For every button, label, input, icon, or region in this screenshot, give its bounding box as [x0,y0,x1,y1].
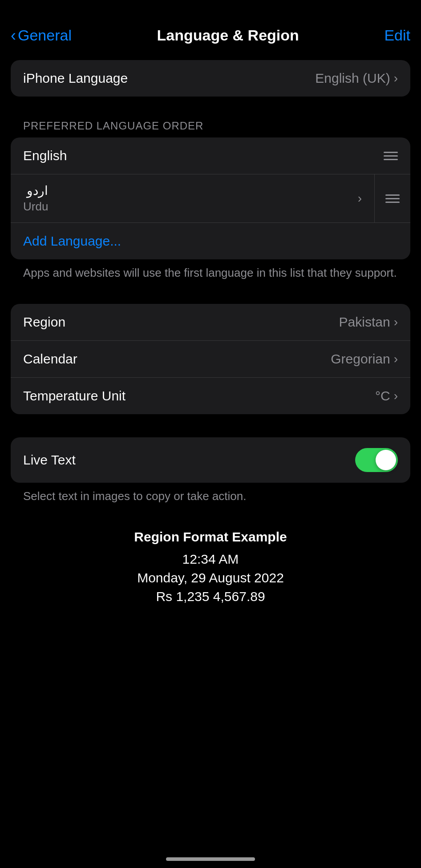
region-section: Region Pakistan › Calendar Gregorian › T… [0,304,421,414]
english-language-row[interactable]: English [11,137,410,174]
live-text-footer: Select text in images to copy or take ac… [11,483,410,504]
urdu-latin-text: Urdu [23,200,48,214]
urdu-language-row[interactable]: اردو Urdu › [11,174,410,222]
region-chevron-icon: › [394,315,398,329]
page-title: Language & Region [72,27,384,44]
chevron-right-icon: › [394,71,398,85]
preferred-language-header: PREFERRED LANGUAGE ORDER [11,120,410,132]
urdu-chevron-icon: › [358,191,362,206]
region-value: Pakistan [339,315,390,330]
urdu-row-left[interactable]: اردو Urdu › [11,174,375,222]
drag-line-2 [384,155,398,157]
temperature-label: Temperature Unit [23,388,125,404]
urdu-drag-line-1 [385,194,400,196]
urdu-drag-line-3 [385,202,400,203]
iphone-language-label: iPhone Language [23,71,128,86]
live-text-toggle[interactable] [355,448,398,472]
region-format-currency: Rs 1,235 4,567.89 [11,589,410,604]
calendar-value-container: Gregorian › [331,351,398,367]
temperature-value-container: °C › [375,388,398,404]
iphone-language-value: English (UK) [315,71,390,86]
temperature-value: °C [375,388,390,404]
calendar-row[interactable]: Calendar Gregorian › [11,340,410,377]
live-text-label: Live Text [23,452,76,468]
region-card: Region Pakistan › Calendar Gregorian › T… [11,304,410,414]
urdu-drag-handle-container [375,186,410,212]
calendar-chevron-icon: › [394,352,398,366]
temperature-row[interactable]: Temperature Unit °C › [11,377,410,414]
chevron-left-icon: ‹ [11,28,16,44]
drag-line-1 [384,152,398,153]
nav-bar: ‹ General Language & Region Edit [0,0,421,53]
urdu-native-text: اردو [23,183,48,198]
english-language-label: English [23,148,67,163]
region-format-date: Monday, 29 August 2022 [11,570,410,585]
live-text-row: Live Text [11,437,410,483]
region-label: Region [23,315,65,330]
back-label: General [18,27,72,44]
calendar-value: Gregorian [331,351,390,367]
edit-button[interactable]: Edit [384,27,410,44]
region-row[interactable]: Region Pakistan › [11,304,410,340]
drag-line-3 [384,159,398,160]
english-drag-handle[interactable] [384,152,398,160]
urdu-drag-line-2 [385,198,400,199]
temperature-chevron-icon: › [394,389,398,403]
region-format-title: Region Format Example [11,529,410,545]
iphone-language-value-container: English (UK) › [315,71,398,86]
live-text-section: Live Text Select text in images to copy … [0,437,421,504]
add-language-button[interactable]: Add Language... [11,222,410,259]
preferred-language-card: English اردو Urdu › [11,137,410,259]
iphone-language-row[interactable]: iPhone Language English (UK) › [11,60,410,97]
iphone-language-card: iPhone Language English (UK) › [11,60,410,97]
toggle-thumb [376,450,396,470]
region-value-container: Pakistan › [339,315,398,330]
region-format-section: Region Format Example 12:34 AM Monday, 2… [0,512,421,618]
region-format-time: 12:34 AM [11,552,410,567]
preferred-language-footer: Apps and websites will use the first lan… [11,259,410,281]
calendar-label: Calendar [23,351,77,367]
iphone-language-section: iPhone Language English (UK) › [0,60,421,97]
urdu-drag-handle[interactable] [385,194,400,203]
urdu-label-container: اردو Urdu [23,183,48,214]
home-indicator [166,857,255,861]
live-text-card: Live Text [11,437,410,483]
back-button[interactable]: ‹ General [11,27,72,44]
toggle-track [355,448,398,472]
preferred-language-section: PREFERRED LANGUAGE ORDER English اردو Ur… [0,120,421,281]
